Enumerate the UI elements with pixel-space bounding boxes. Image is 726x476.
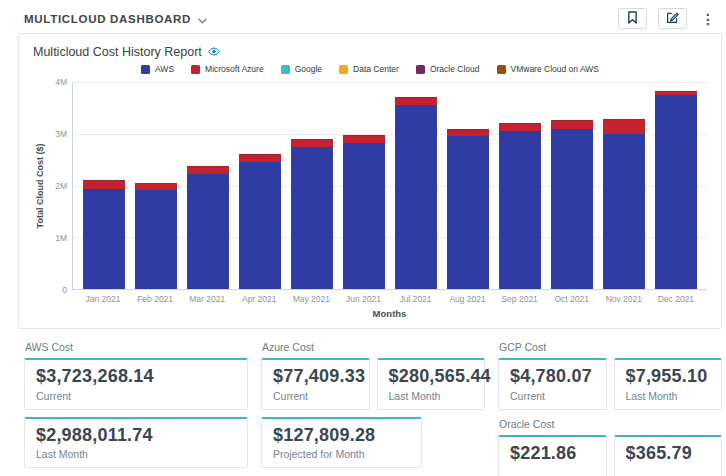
legend-item-vmware-cloud-on-aws[interactable]: VMware Cloud on AWS — [497, 64, 600, 74]
azure-projected-tile: $127,809.28 Projected for Month — [261, 417, 422, 469]
bar-oct-2021 — [546, 82, 598, 289]
stacked-bar — [83, 180, 125, 289]
bar-dec-2021 — [650, 82, 702, 289]
x-tick-label: Jan 2021 — [77, 294, 129, 304]
legend-item-data-center[interactable]: Data Center — [339, 64, 399, 74]
chart-card: Multicloud Cost History Report AWSMicros… — [18, 33, 722, 329]
x-tick-label: Jul 2021 — [389, 294, 441, 304]
azure-current-label: Current — [273, 390, 358, 402]
dashboard-title-dropdown[interactable]: MULTICLOUD DASHBOARD — [24, 10, 207, 28]
page-title: MULTICLOUD DASHBOARD — [24, 13, 191, 25]
segment-microsoft-azure — [499, 123, 541, 132]
bar-may-2021 — [286, 82, 338, 289]
chevron-down-icon — [198, 10, 207, 28]
gcp-last-month-tile: $7,955.10 Last Month — [614, 358, 723, 410]
segment-aws — [343, 143, 385, 289]
legend-label: Data Center — [353, 64, 399, 74]
aws-last-month-tile: $2,988,011.74 Last Month — [24, 417, 248, 469]
aws-last-month-value: $2,988,011.74 — [36, 425, 236, 446]
eye-icon[interactable] — [208, 45, 220, 59]
stacked-bar — [603, 119, 645, 289]
aws-current-value: $3,723,268.14 — [36, 366, 236, 387]
kebab-menu-icon[interactable]: ⋮ — [698, 12, 718, 26]
legend-item-aws[interactable]: AWS — [141, 64, 174, 74]
legend-swatch — [339, 65, 348, 74]
azure-last-month-tile: $280,565.44 Last Month — [377, 358, 486, 410]
stacked-bar — [291, 139, 333, 289]
segment-aws — [395, 105, 437, 289]
azure-last-month-value: $280,565.44 — [389, 366, 474, 387]
segment-aws — [655, 95, 697, 289]
gcp-cost-section-title: GCP Cost — [499, 341, 722, 353]
x-axis-ticks: Jan 2021Feb 2021Mar 2021Apr 2021May 2021… — [72, 290, 707, 304]
bar-feb-2021 — [130, 82, 182, 289]
edit-button[interactable] — [658, 8, 687, 29]
legend-swatch — [281, 65, 290, 74]
segment-aws — [83, 189, 125, 289]
x-tick-label: Nov 2021 — [598, 294, 650, 304]
bookmark-icon — [627, 11, 638, 27]
segment-microsoft-azure — [187, 166, 229, 173]
bar-nov-2021 — [598, 82, 650, 289]
x-tick-label: Mar 2021 — [181, 294, 233, 304]
oracle-label-2 — [626, 466, 711, 476]
aws-current-label: Current — [36, 390, 236, 402]
oracle-cost-section-title: Oracle Cost — [499, 418, 722, 430]
y-tick-label: 0 — [62, 285, 67, 295]
toolbar-actions: ⋮ — [618, 8, 718, 29]
bar-mar-2021 — [182, 82, 234, 289]
segment-aws — [291, 147, 333, 289]
gcp-last-month-label: Last Month — [626, 390, 711, 402]
azure-current-value: $77,409.33 — [273, 366, 358, 387]
azure-cost-section: Azure Cost $77,409.33 Current $280,565.4… — [261, 341, 485, 476]
chart-title: Multicloud Cost History Report — [33, 45, 202, 59]
y-tick-label: 1M — [55, 233, 67, 243]
legend-swatch — [141, 65, 150, 74]
chart-legend: AWSMicrosoft AzureGoogleData CenterOracl… — [33, 64, 707, 74]
bar-jul-2021 — [390, 82, 442, 289]
legend-label: AWS — [155, 64, 174, 74]
stacked-bar — [187, 166, 229, 289]
oracle-label-1 — [510, 466, 595, 476]
legend-item-google[interactable]: Google — [281, 64, 322, 74]
oracle-tile-1: $221.86 — [498, 435, 607, 476]
bar-jun-2021 — [338, 82, 390, 289]
bookmark-button[interactable] — [618, 8, 647, 29]
legend-item-microsoft-azure[interactable]: Microsoft Azure — [191, 64, 264, 74]
legend-item-oracle-cloud[interactable]: Oracle Cloud — [416, 64, 480, 74]
y-tick-label: 3M — [55, 129, 67, 139]
x-tick-label: Aug 2021 — [442, 294, 494, 304]
top-bar: MULTICLOUD DASHBOARD ⋮ — [0, 0, 726, 33]
gcp-current-value: $4,780.07 — [510, 366, 595, 387]
plot-area — [72, 82, 707, 290]
azure-cost-section-title: Azure Cost — [262, 341, 485, 353]
segment-aws — [499, 131, 541, 289]
chart-card-header: Multicloud Cost History Report — [33, 45, 707, 59]
x-tick-label: Apr 2021 — [233, 294, 285, 304]
y-tick-label: 2M — [55, 181, 67, 191]
oracle-value-2: $365.79 — [626, 443, 711, 464]
segment-microsoft-azure — [551, 120, 593, 129]
x-tick-label: Oct 2021 — [546, 294, 598, 304]
bar-aug-2021 — [442, 82, 494, 289]
stacked-bar — [395, 97, 437, 289]
legend-swatch — [416, 65, 425, 74]
stacked-bar — [135, 183, 177, 289]
legend-label: Google — [295, 64, 322, 74]
x-tick-label: Dec 2021 — [650, 294, 702, 304]
legend-swatch — [191, 65, 200, 74]
aws-cost-section-title: AWS Cost — [25, 341, 248, 353]
oracle-tile-2: $365.79 — [614, 435, 723, 476]
segment-microsoft-azure — [239, 154, 281, 162]
x-tick-label: May 2021 — [285, 294, 337, 304]
gcp-current-label: Current — [510, 390, 595, 402]
segment-microsoft-azure — [83, 180, 125, 188]
gcp-oracle-section: GCP Cost $4,780.07 Current $7,955.10 Las… — [498, 341, 722, 476]
stacked-bar — [551, 120, 593, 289]
legend-label: Microsoft Azure — [205, 64, 264, 74]
aws-current-tile: $3,723,268.14 Current — [24, 358, 248, 410]
bar-apr-2021 — [234, 82, 286, 289]
segment-aws — [135, 190, 177, 289]
y-axis-title: Total Cloud Cost ($) — [33, 82, 48, 290]
stacked-bar — [499, 123, 541, 289]
